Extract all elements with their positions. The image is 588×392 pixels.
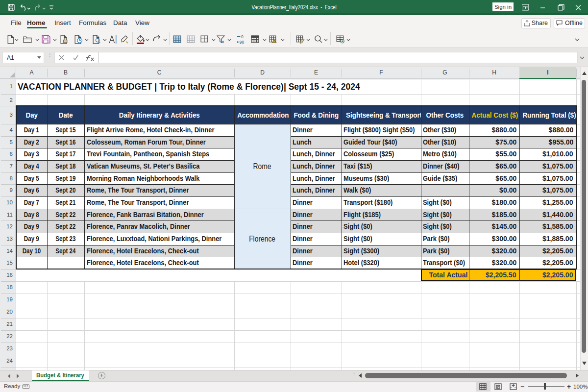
svg-text:98: 98 — [240, 40, 245, 44]
svg-text:0: 0 — [241, 35, 244, 39]
